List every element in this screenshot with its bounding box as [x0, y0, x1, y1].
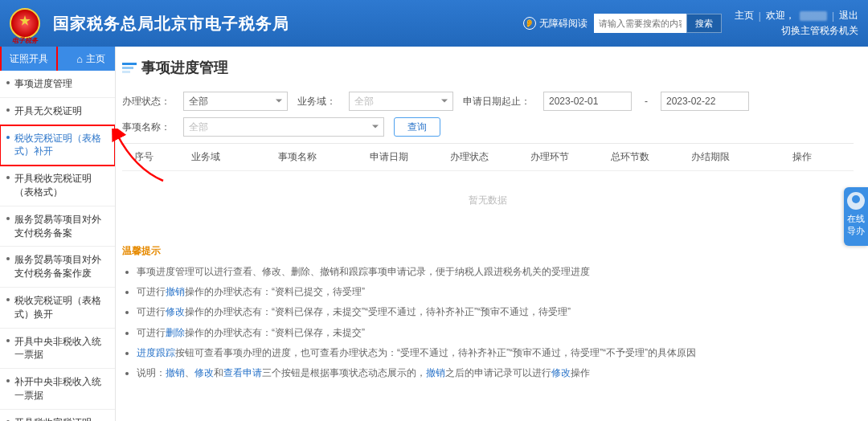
hint-item: 进度跟踪按钮可查看事项办理的进度，也可查看办理状态为：“受理不通过，待补齐补正”… [137, 345, 854, 361]
filter-row-2: 事项名称： 全部 查询 [122, 117, 854, 137]
barrier-free-label: 无障碍阅读 [539, 17, 588, 31]
sidebar-item-tax-paid-exchange[interactable]: 税收完税证明（表格式）换开 [0, 288, 115, 329]
col-applydate: 申请日期 [349, 144, 429, 170]
sidebar-category-tab[interactable]: 证照开具 [0, 47, 58, 71]
col-deadline: 办结期限 [670, 144, 751, 170]
col-status: 办理状态 [429, 144, 510, 170]
sidebar-head: 证照开具 主页 [0, 47, 115, 71]
sidebar-item-central-nontax-reissue[interactable]: 补开中央非税收入统一票据 [0, 369, 115, 410]
sidebar-item-service-trade-filing[interactable]: 服务贸易等项目对外支付税务备案 [0, 206, 115, 247]
list-icon [122, 63, 137, 73]
col-seq: 序号 [122, 144, 166, 170]
ear-icon: 👂 [523, 17, 536, 30]
date-to-input[interactable]: 2023-02-22 [661, 92, 749, 111]
col-domain: 业务域 [166, 144, 246, 170]
col-action: 操作 [751, 144, 854, 170]
search-input[interactable] [594, 14, 686, 33]
sidebar-item-service-trade-void[interactable]: 服务贸易等项目对外支付税务备案作废 [0, 247, 115, 288]
query-button[interactable]: 查询 [394, 117, 440, 137]
assistant-avatar-icon [847, 192, 865, 210]
hint-item: 可进行删除操作的办理状态有：“资料已保存，未提交” [137, 325, 854, 341]
sidebar-item-progress[interactable]: 事项进度管理 [0, 71, 115, 98]
search-button[interactable]: 搜索 [686, 14, 722, 33]
hints-title: 温馨提示 [122, 244, 854, 258]
col-total-steps: 总环节数 [590, 144, 670, 170]
domain-label: 业务域： [297, 95, 336, 108]
domain-select[interactable]: 全部 [349, 92, 453, 111]
hint-item: 事项进度管理可以进行查看、修改、删除、撤销和跟踪事项申请记录，便于纳税人跟进税务… [137, 264, 854, 280]
status-label: 办理状态： [122, 95, 170, 108]
filter-row-1: 办理状态： 全部 业务域： 全部 申请日期起止： 2023-02-01 - 20… [122, 92, 854, 111]
name-label: 事项名称： [122, 121, 170, 134]
hint-item: 说明：撤销、修改和查看申请三个按钮是根据事项状态动态展示的，撤销之后的申请记录可… [137, 366, 854, 381]
header-right: 👂 无障碍阅读 搜索 主页 | 欢迎， | 退出 切换主管税务机关 [523, 9, 858, 38]
emblem-logo-icon: 电子税务 [10, 8, 40, 39]
link-switch-authority[interactable]: 切换主管税务机关 [781, 24, 858, 38]
username-blurred [800, 11, 827, 21]
hint-item: 可进行修改操作的办理状态有：“资料已保存，未提交”“受理不通过，待补齐补正”“预… [137, 305, 854, 320]
grid-empty: 暂无数据 [122, 171, 854, 230]
content-container: 证照开具 主页 事项进度管理 开具无欠税证明 税收完税证明（表格式）补开 开具税… [0, 47, 868, 421]
link-logout[interactable]: 退出 [839, 9, 858, 22]
page-title-row: 事项进度管理 [122, 58, 854, 84]
date-separator: - [645, 96, 648, 107]
col-name: 事项名称 [246, 144, 349, 170]
sidebar-item-no-arrears[interactable]: 开具无欠税证明 [0, 98, 115, 125]
sidebar-item-tax-paid-reissue[interactable]: 税收完税证明（表格式）补开 [0, 125, 115, 166]
name-select[interactable]: 全部 [183, 117, 384, 137]
hint-item: 可进行撤销操作的办理状态有：“资料已提交，待受理” [137, 284, 854, 300]
results-grid: 序号 业务域 事项名称 申请日期 办理状态 办理环节 总环节数 办结期限 操作 … [122, 143, 854, 230]
date-label: 申请日期起止： [463, 95, 530, 108]
online-help-label: 在线导办 [847, 214, 865, 235]
link-home[interactable]: 主页 [735, 9, 754, 22]
top-links: 主页 | 欢迎， | 退出 切换主管税务机关 [735, 9, 858, 38]
sidebar-item-central-nontax-issue[interactable]: 开具中央非税收入统一票据 [0, 329, 115, 370]
search-box: 搜索 [594, 14, 722, 33]
barrier-free-link[interactable]: 👂 无障碍阅读 [523, 17, 588, 31]
sidebar-home-label: 主页 [86, 52, 105, 66]
sidebar-home-link[interactable]: 主页 [76, 52, 115, 66]
sidebar-item-tax-paid-form[interactable]: 开具税收完税证明（表格式） [0, 166, 115, 206]
main-area: 事项进度管理 办理状态： 全部 业务域： 全部 申请日期起止： 2023-02-… [116, 47, 868, 421]
page-title: 事项进度管理 [141, 58, 228, 77]
col-step: 办理环节 [510, 144, 590, 170]
sidebar-item-tax-paid-doc[interactable]: 开具税收完税证明（文书式） [0, 410, 115, 421]
sidebar: 证照开具 主页 事项进度管理 开具无欠税证明 税收完税证明（表格式）补开 开具税… [0, 47, 116, 421]
date-from-input[interactable]: 2023-02-01 [543, 92, 632, 111]
online-help-tab[interactable]: 在线导办 [844, 187, 868, 246]
link-welcome: 欢迎， [766, 9, 795, 22]
app-header: 电子税务 国家税务总局北京市电子税务局 👂 无障碍阅读 搜索 主页 | 欢迎， … [0, 0, 868, 47]
hints-section: 温馨提示 事项进度管理可以进行查看、修改、删除、撤销和跟踪事项申请记录，便于纳税… [122, 244, 854, 381]
grid-header: 序号 业务域 事项名称 申请日期 办理状态 办理环节 总环节数 办结期限 操作 [122, 144, 854, 171]
status-select[interactable]: 全部 [183, 92, 288, 111]
site-title: 国家税务总局北京市电子税务局 [53, 13, 289, 35]
home-icon [76, 53, 83, 65]
